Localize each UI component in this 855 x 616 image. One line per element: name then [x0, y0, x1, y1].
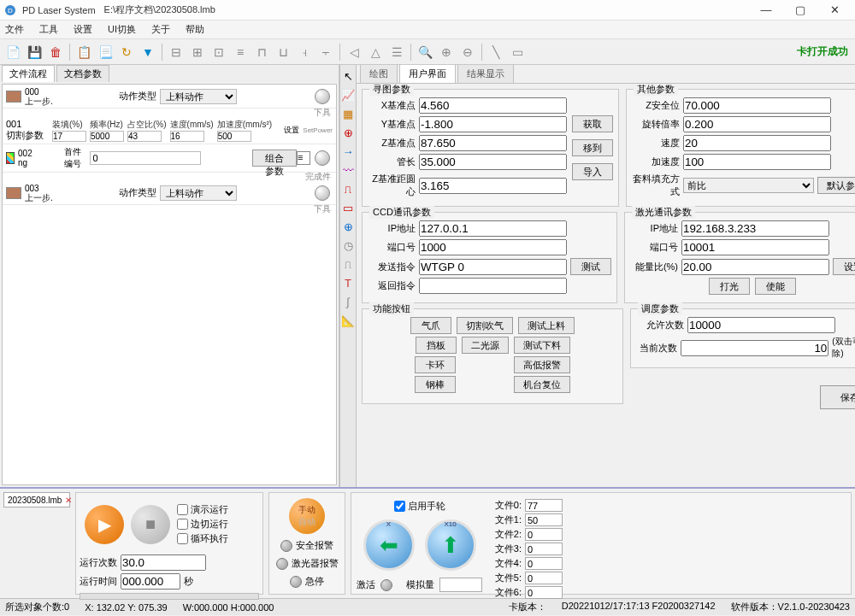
tb-rotate-icon[interactable]: ↻ [117, 43, 136, 62]
test-unload-button[interactable]: 测试下料 [514, 337, 570, 354]
get-button[interactable]: 获取 [572, 115, 613, 132]
accel-input[interactable] [683, 154, 831, 170]
step-row-002[interactable]: 002ng 首件编号 组合参数 ≡ [3, 144, 336, 173]
wave-icon[interactable]: 〰 [340, 162, 356, 178]
tab-draw[interactable]: 绘图 [360, 64, 398, 83]
blow-button[interactable]: 切割吹气 [457, 317, 513, 334]
menu-help[interactable]: 帮助 [186, 23, 204, 36]
z-base-input[interactable] [419, 135, 567, 151]
menu-file[interactable]: 文件 [5, 23, 24, 36]
laser-ip-input[interactable] [681, 220, 829, 237]
tb-new-icon[interactable]: 📄 [3, 43, 22, 62]
reset-button[interactable]: 机台复位 [514, 376, 570, 393]
tb-a5-icon[interactable]: ⊓ [252, 43, 271, 62]
tb-zoomin-icon[interactable]: ⊕ [437, 43, 456, 62]
tb-doc-icon[interactable]: 📃 [96, 43, 115, 62]
tb-a6-icon[interactable]: ⊔ [274, 43, 292, 62]
accel-input[interactable] [217, 131, 251, 142]
op-select[interactable]: 上料动作 [160, 89, 237, 104]
op-select[interactable]: 上料动作 [160, 185, 237, 201]
import-button[interactable]: 导入 [572, 163, 613, 180]
ruler-icon[interactable]: 📐 [340, 313, 356, 328]
tb-a8-icon[interactable]: ⫟ [316, 43, 335, 62]
file4-input[interactable] [525, 557, 563, 570]
curr-count-input[interactable] [681, 340, 828, 356]
tab-file-flow[interactable]: 文件流程 [2, 65, 55, 82]
tb-a7-icon[interactable]: ⫞ [295, 43, 314, 62]
circle-cross-icon[interactable]: ⊕ [340, 219, 356, 234]
menu-tool[interactable]: 工具 [39, 23, 58, 36]
move-button[interactable]: 移到 [572, 139, 613, 156]
ccd-port-input[interactable] [419, 239, 567, 255]
right-arrow-icon[interactable]: → [340, 144, 356, 159]
step-row-001[interactable]: 001切割参数 装填(%) 频率(Hz) 占空比(%) 速度(mm/s) 加速度… [3, 117, 336, 144]
tb-a2-icon[interactable]: ⊞ [188, 43, 207, 62]
tube-len-input[interactable] [419, 154, 567, 170]
laser-port-input[interactable] [681, 239, 829, 255]
tb-a3-icon[interactable]: ⊡ [209, 43, 228, 62]
y-base-input[interactable] [419, 116, 567, 132]
setting-link[interactable]: 设置 [284, 125, 299, 136]
file0-input[interactable] [525, 499, 563, 512]
tb-rect-icon[interactable]: ▭ [508, 43, 527, 62]
step-row-000[interactable]: 000上一步. 动作类型 上料动作 [3, 85, 336, 109]
baffle-button[interactable]: 挡板 [416, 337, 457, 354]
grid-icon[interactable]: ▦ [340, 106, 356, 121]
run-time-input[interactable] [121, 573, 180, 590]
test-load-button[interactable]: 测试上料 [518, 317, 575, 334]
save-button[interactable]: 保存 [820, 385, 855, 409]
arrow-icon[interactable]: ↖ [340, 68, 356, 84]
square-wave-icon[interactable]: ⎍ [340, 256, 356, 272]
curve-icon[interactable]: ∫ [340, 294, 356, 309]
menu-setting[interactable]: 设置 [74, 23, 92, 36]
light-button[interactable]: 打光 [709, 278, 750, 295]
target-icon[interactable]: ⊕ [340, 125, 356, 140]
close-button[interactable]: ✕ [817, 0, 852, 21]
zsafe-input[interactable] [683, 97, 831, 114]
list-icon[interactable]: ≡ [297, 151, 310, 165]
rect-icon[interactable]: ▭ [340, 200, 356, 215]
firstnum-input[interactable] [90, 151, 201, 165]
combo-param-button[interactable]: 组合参数 [252, 150, 297, 167]
tb-filter-icon[interactable]: ▼ [139, 43, 157, 62]
file1-input[interactable] [525, 513, 563, 526]
chart-icon[interactable]: 📈 [340, 87, 356, 103]
light2-button[interactable]: 二光源 [462, 337, 509, 354]
freq-input[interactable] [90, 131, 124, 142]
clock-icon[interactable]: ◷ [340, 238, 356, 253]
loop-checkbox[interactable]: 循环执行 [177, 532, 228, 545]
speed-input[interactable] [170, 131, 204, 142]
tb-a4-icon[interactable]: ≡ [231, 43, 250, 62]
alarm-button[interactable]: 高低报警 [514, 356, 570, 373]
tb-a9-icon[interactable]: ◁ [345, 43, 363, 62]
tb-delete-icon[interactable]: 🗑 [46, 43, 65, 62]
mode-toggle[interactable]: 手动自动 [289, 498, 325, 534]
tb-zoomout-icon[interactable]: ⊖ [458, 43, 477, 62]
demo-checkbox[interactable]: 演示运行 [177, 503, 228, 516]
file5-input[interactable] [525, 572, 563, 584]
allow-count-input[interactable] [687, 317, 835, 333]
x-base-input[interactable] [419, 97, 567, 114]
enable-button[interactable]: 使能 [755, 278, 796, 295]
file-chip[interactable]: 20230508.lmb✕ [3, 492, 70, 507]
tb-a10-icon[interactable]: △ [366, 43, 385, 62]
tb-a1-icon[interactable]: ⊟ [167, 43, 186, 62]
tb-save-icon[interactable]: 💾 [25, 43, 44, 62]
menu-about[interactable]: 关于 [151, 23, 170, 36]
energy-input[interactable] [681, 259, 829, 275]
sim-input[interactable] [439, 578, 482, 592]
stop-button[interactable]: ■ [131, 505, 170, 544]
run-count-input[interactable] [121, 554, 206, 571]
fill-input[interactable] [52, 131, 86, 142]
minimize-button[interactable]: — [749, 0, 783, 21]
speed-input[interactable] [683, 135, 831, 151]
rot-mult-input[interactable] [683, 116, 831, 132]
edgecut-checkbox[interactable]: 边切运行 [177, 518, 228, 531]
ccd-ip-input[interactable] [419, 220, 567, 237]
tab-ui[interactable]: 用户界面 [399, 64, 456, 83]
rod-button[interactable]: 钢棒 [415, 376, 456, 393]
fill-mode-select[interactable]: 前比 [683, 178, 814, 193]
maximize-button[interactable]: ▢ [783, 0, 817, 21]
pulse-icon[interactable]: ⎍ [340, 181, 356, 197]
jog-x-dial[interactable]: X⬅ [363, 519, 415, 571]
